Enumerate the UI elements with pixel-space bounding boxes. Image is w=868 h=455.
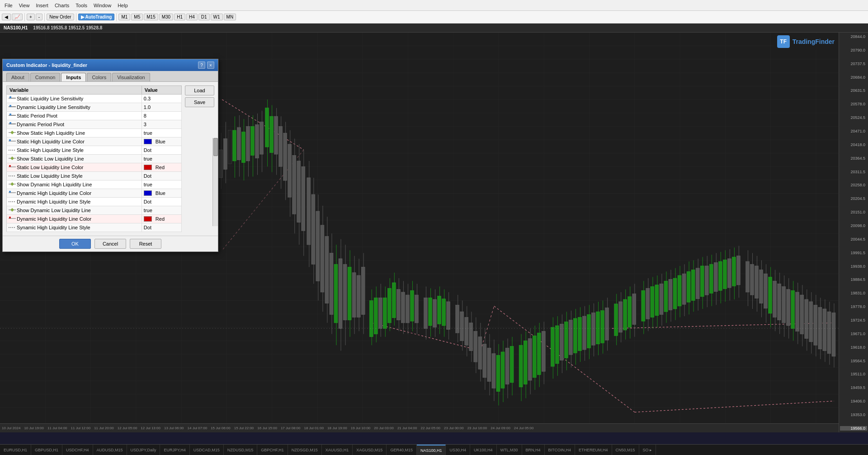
scroll-thumb[interactable] [213, 138, 218, 156]
sep3 [76, 13, 76, 21]
indicator-dialog[interactable]: Custom Indicator - liquidity_finder ? × … [2, 59, 218, 252]
tab-xauusd[interactable]: XAUUSD,H1 [322, 445, 353, 455]
load-button[interactable]: Load [185, 85, 214, 95]
table-row[interactable]: Static High Liquidity Line Color Blue [7, 137, 182, 146]
scrollbar[interactable] [212, 138, 218, 226]
svg-rect-60 [228, 130, 231, 164]
tab-cn50[interactable]: CN50,M15 [612, 445, 639, 455]
tab-usdcad[interactable]: USDCAD,M15 [190, 445, 224, 455]
svg-rect-130 [392, 283, 396, 318]
val-cell: Dot [142, 198, 181, 206]
menu-window[interactable]: Window [91, 2, 114, 9]
menu-file[interactable]: File [2, 2, 15, 9]
svg-rect-160 [469, 323, 473, 351]
svg-rect-264 [723, 260, 726, 289]
tf-h4[interactable]: H4 [186, 14, 198, 20]
svg-rect-254 [700, 266, 704, 297]
tf-m30[interactable]: M30 [159, 14, 173, 20]
table-row[interactable]: Dynamic High Liquidity Line Style Dot [7, 198, 182, 206]
table-row[interactable]: Show Dynamic Low Liquidity Line true [7, 206, 182, 215]
table-row[interactable]: Show Static High Liquidity Line true [7, 129, 182, 137]
tab-wtl[interactable]: WTL,M30 [497, 445, 522, 455]
tab-about[interactable]: About [6, 73, 29, 81]
svg-rect-78 [270, 116, 274, 152]
tab-nzdusd[interactable]: NZDUSD,M15 [224, 445, 258, 455]
svg-rect-108 [339, 259, 342, 328]
tab-usdjpy[interactable]: USDJPY,Daily [127, 445, 160, 455]
table-row[interactable]: Dynamic Period Pivot 3 [7, 120, 182, 129]
tab-usdchf[interactable]: USDCHF,H4 [62, 445, 93, 455]
time-label-18: 21 Jul 04:00 [396, 426, 419, 430]
tab-nzdsgd[interactable]: NZDSGD,M15 [288, 445, 322, 455]
table-row[interactable]: Static Liquidity Line Sensitivity 0.3 [7, 95, 182, 103]
table-row[interactable]: Static Period Pivot 8 [7, 112, 182, 120]
menu-tools[interactable]: Tools [73, 2, 90, 9]
bottom-tabs: EURUSD,H1 GBPUSD,H1 USDCHF,H4 AUDUSD,M15… [0, 444, 868, 455]
val-cell: Dot [142, 146, 181, 155]
tab-gbpusd[interactable]: GBPUSD,H1 [31, 445, 62, 455]
tab-eurusd[interactable]: EURUSD,H1 [0, 445, 31, 455]
ok-button[interactable]: OK [59, 239, 91, 249]
table-row[interactable]: Synamic High Liquidity Line Style Dot [7, 223, 182, 232]
toolbar-zoom-out[interactable]: - [36, 14, 42, 20]
tab-uk100[interactable]: UK100,H4 [470, 445, 497, 455]
tab-eurjpy[interactable]: EURJPY,H4 [160, 445, 189, 455]
var-cell: Show Dynamic Low Liquidity Line [7, 206, 142, 215]
tf-m1[interactable]: M1 [118, 14, 130, 20]
tab-ger40[interactable]: GER40,M15 [387, 445, 417, 455]
menu-charts[interactable]: Charts [52, 2, 72, 9]
svg-rect-118 [361, 267, 365, 314]
tab-more[interactable]: SO ▸ [639, 445, 656, 455]
tab-gbpchf[interactable]: GBPCHF,H1 [257, 445, 288, 455]
svg-rect-328 [9, 165, 11, 167]
tf-m5[interactable]: M5 [131, 14, 143, 20]
dialog-close-button[interactable]: × [207, 62, 214, 69]
reset-button[interactable]: Reset [130, 239, 161, 249]
tab-visualization[interactable]: Visualization [112, 73, 150, 81]
tab-colors[interactable]: Colors [87, 73, 111, 81]
toolbar-zoom-in[interactable]: + [27, 14, 35, 20]
cancel-button[interactable]: Cancel [94, 239, 126, 249]
val-cell: true [142, 206, 181, 215]
tf-d1[interactable]: D1 [198, 14, 210, 20]
row-icon [9, 207, 16, 213]
autotrading-button[interactable]: ▶ AutoTrading [78, 14, 115, 20]
tab-inputs[interactable]: Inputs [61, 73, 86, 81]
table-row[interactable]: Dynamic High Liquidity Line Color Red [7, 215, 182, 223]
tf-m15[interactable]: M15 [144, 14, 158, 20]
menu-help[interactable]: Help [115, 2, 131, 9]
table-row[interactable]: Dynamic Liquidity Line Sensitivity 1.0 [7, 103, 182, 112]
svg-rect-128 [387, 288, 391, 323]
tab-audusd[interactable]: AUDUSD,M15 [93, 445, 127, 455]
tab-us30[interactable]: US30,H4 [446, 445, 470, 455]
table-row[interactable]: Show Dynamic High Liquidity Line true [7, 180, 182, 189]
toolbar-new-chart[interactable]: 📈 [12, 14, 23, 20]
tf-h1[interactable]: H1 [174, 14, 185, 20]
svg-marker-331 [10, 182, 14, 186]
price-20098: 20098.0 [840, 223, 867, 228]
tab-xagusd[interactable]: XAGUSD,M15 [353, 445, 387, 455]
toolbar-back[interactable]: ◀ [2, 14, 11, 20]
svg-rect-180 [519, 345, 523, 387]
table-row[interactable]: Dynamic High Liquidity Line Color Blue [7, 189, 182, 198]
table-row[interactable]: Static Low Liquidity Line Color Red [7, 163, 182, 172]
svg-rect-323 [9, 139, 11, 141]
val-cell: 3 [142, 120, 181, 129]
toolbar: ◀ 📈 + - New Order ▶ AutoTrading M1 M5 M1… [0, 11, 868, 24]
svg-rect-272 [745, 261, 749, 292]
toolbar-new-order[interactable]: New Order [47, 14, 74, 20]
menu-insert[interactable]: Insert [33, 2, 51, 9]
dialog-help-button[interactable]: ? [198, 62, 205, 69]
tab-brn[interactable]: BRN,H4 [522, 445, 545, 455]
tab-ethereum[interactable]: ETHEREUM,H4 [575, 445, 612, 455]
table-row[interactable]: Static High Liquidity Line Style Dot [7, 146, 182, 155]
table-row[interactable]: Static Low Liquidity Line Style Dot [7, 172, 182, 180]
tab-bitcoin[interactable]: BITCOIN,H4 [545, 445, 576, 455]
tab-nas100[interactable]: NAS100,H1 [417, 445, 446, 455]
table-row[interactable]: Show Static Low Liquidity Line true [7, 155, 182, 163]
save-button[interactable]: Save [185, 97, 214, 107]
menu-view[interactable]: View [16, 2, 33, 9]
tf-mn[interactable]: MN [224, 14, 236, 20]
tf-w1[interactable]: W1 [211, 14, 223, 20]
tab-common[interactable]: Common [30, 73, 61, 81]
